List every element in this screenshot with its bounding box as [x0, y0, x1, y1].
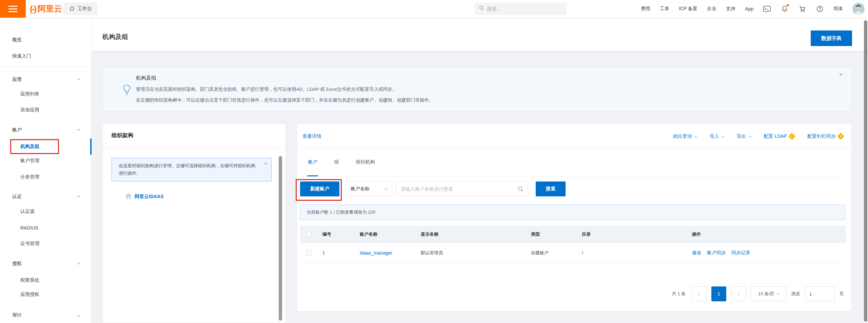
avatar[interactable] [852, 3, 865, 15]
import-menu[interactable]: 导入 [710, 133, 724, 139]
sidebar-item-account-mgmt[interactable]: 账户管理 [0, 156, 92, 165]
tree-home-icon [125, 193, 132, 200]
chevron-left-icon [698, 292, 702, 296]
account-name-link[interactable]: idaas_manager [360, 250, 393, 256]
page-number-button[interactable]: 1 [711, 286, 726, 301]
table-header-row: 编号 账户名称 显示名称 类型 目录 操作 [300, 225, 846, 243]
data-dictionary-button[interactable]: 数据字典 [811, 30, 852, 46]
col-header-account: 账户名称 [354, 225, 415, 243]
workbench-button[interactable]: 工作台 [64, 3, 97, 15]
tree-node-root[interactable]: 阿里云IDAAS [125, 193, 164, 200]
home-icon [69, 5, 75, 12]
account-sync-link[interactable]: 账户同步 [707, 250, 726, 256]
jump-to-input[interactable] [805, 286, 835, 301]
row-checkbox[interactable] [306, 250, 312, 256]
view-detail-link[interactable]: 查看详情 [302, 133, 321, 139]
sidebar-item-app-list[interactable]: 应用列表 [0, 90, 92, 99]
notice-line-2: 在左侧的组织架构树中，可以右键点击某个部门对其进行操作，也可以左键选择某个部门，… [136, 97, 434, 103]
sidebar-group-apps[interactable]: 应用 [0, 75, 92, 84]
sync-record-link[interactable]: 同步记录 [731, 250, 750, 256]
lightbulb-icon [122, 84, 132, 97]
nav-item-enterprise[interactable]: 企业 [707, 6, 716, 12]
sidebar-item-overview[interactable]: 概览 [0, 36, 92, 44]
org-tree-panel: 组织架构 在这里对组织架构进行管理。左键可选择组织机构，右键可对组织机构进行操作… [102, 124, 286, 323]
chevron-down-icon [77, 313, 80, 317]
sidebar-group-auth[interactable]: 认证 [0, 192, 92, 201]
aliyun-logo-mark: (-) [30, 4, 36, 14]
configure-ldap-link[interactable]: 配置 LDAP [764, 133, 794, 139]
toolbar-actions: 岗位变动 导入 导出 配置 LDAP 配置钉钉同步 [673, 133, 843, 139]
tab-accounts[interactable]: 账户 [307, 149, 318, 176]
new-account-button[interactable]: 新建账户 [300, 181, 339, 196]
select-all-checkbox[interactable] [306, 232, 312, 237]
sidebar-item-quickstart[interactable]: 快速入门 [0, 52, 92, 61]
sidebar-group-accounts[interactable]: 账户 [0, 126, 92, 134]
notification-dot [787, 4, 789, 6]
col-header-display: 显示名称 [415, 225, 525, 243]
sidebar-item-add-app[interactable]: 添加应用 [0, 106, 92, 114]
workbench-label: 工作台 [78, 6, 92, 12]
row-operations: 修改 账户同步 同步记录 [692, 250, 846, 256]
position-change-menu[interactable]: 岗位变动 [673, 133, 697, 139]
chevron-up-icon [77, 78, 80, 82]
filter-field-value: 账户名称 [351, 186, 370, 192]
pagination-total: 共 1 条 [672, 291, 686, 297]
prev-page-button[interactable] [692, 286, 707, 301]
tab-groups[interactable]: 组 [334, 149, 340, 176]
sidebar-item-org-groups[interactable]: 机构及组 [0, 142, 92, 151]
page-size-select[interactable]: 10 条/页 [751, 286, 787, 301]
sidebar-item-permission-sys[interactable]: 权限系统 [0, 276, 92, 285]
sidebar-item-cert-mgmt[interactable]: 证书管理 [0, 239, 92, 248]
sidebar-group-audit[interactable]: 审计 [0, 311, 92, 320]
nav-divider [59, 5, 60, 13]
cart-icon[interactable] [798, 5, 806, 13]
hamburger-menu-icon[interactable] [0, 0, 26, 18]
sidebar-item-radius[interactable]: RADIUS [0, 223, 92, 232]
search-icon [479, 5, 484, 12]
terminal-icon[interactable] [763, 5, 771, 13]
nav-item-billing[interactable]: 费用 [641, 6, 650, 12]
search-button[interactable]: 搜索 [536, 181, 566, 196]
configure-dingtalk-sync-link[interactable]: 配置钉钉同步 [807, 133, 843, 139]
aliyun-logo[interactable]: (-) 阿里云 [30, 0, 62, 18]
main-content: 机构及组 数据字典 机构及组 管理员在当前页面对组织架构、部门及其包含的组、账户… [92, 18, 868, 323]
nav-search-input[interactable] [487, 6, 555, 12]
col-header-ops: 操作 [686, 225, 846, 243]
nav-item-app[interactable]: App [745, 6, 753, 12]
close-icon[interactable]: × [839, 71, 843, 78]
filter-field-select[interactable]: 账户名称 [346, 181, 392, 196]
nav-item-icp[interactable]: ICP 备案 [679, 6, 697, 12]
chevron-up-icon [77, 129, 80, 132]
nav-item-support[interactable]: 支持 [726, 6, 735, 12]
tree-scrollbar[interactable] [279, 156, 282, 321]
bell-icon[interactable] [781, 5, 789, 13]
page-header: 机构及组 数据字典 [92, 18, 868, 51]
close-icon[interactable]: × [264, 161, 267, 166]
pagination: 共 1 条 1 10 条/页 跳至 页 [672, 286, 844, 301]
nav-language-toggle[interactable]: 简体 [833, 6, 843, 12]
magnifier-icon [517, 186, 524, 192]
accounts-table: 编号 账户名称 显示名称 类型 目录 操作 1 idaas_manager 默认… [300, 225, 846, 263]
org-tree-tooltip: 在这里对组织架构进行管理。左键可选择组织机构，右键可对组织机构进行操作。 × [112, 158, 272, 181]
vip-badge-icon [837, 133, 844, 140]
nav-item-tickets[interactable]: 工单 [660, 6, 669, 12]
chevron-right-icon [736, 292, 740, 296]
export-menu[interactable]: 导出 [737, 133, 751, 139]
sidebar-item-app-authz[interactable]: 应用授权 [0, 290, 92, 299]
notice-box: 机构及组 管理员在当前页面对组织架构、部门及其包含的组、账户进行管理，也可以使用… [102, 67, 852, 112]
next-page-button[interactable] [731, 286, 746, 301]
nav-search[interactable] [475, 3, 566, 15]
tab-org-structure[interactable]: 组织机构 [355, 149, 376, 176]
page-scrollbar[interactable] [864, 20, 867, 322]
col-header-no: 编号 [316, 225, 354, 243]
sidebar-group-authz[interactable]: 授权 [0, 259, 92, 268]
sidebar-item-auth-source[interactable]: 认证源 [0, 207, 92, 216]
chevron-down-icon [777, 292, 780, 295]
account-search-input[interactable] [396, 182, 528, 196]
account-quota-summary: 当前账户数 1 / 已购套餐规格为 100 [300, 204, 845, 220]
chevron-up-icon [77, 195, 80, 199]
sidebar-item-category-mgmt[interactable]: 分类管理 [0, 173, 92, 181]
help-icon[interactable] [816, 5, 824, 13]
account-search-box [396, 181, 528, 196]
modify-link[interactable]: 修改 [692, 250, 702, 256]
